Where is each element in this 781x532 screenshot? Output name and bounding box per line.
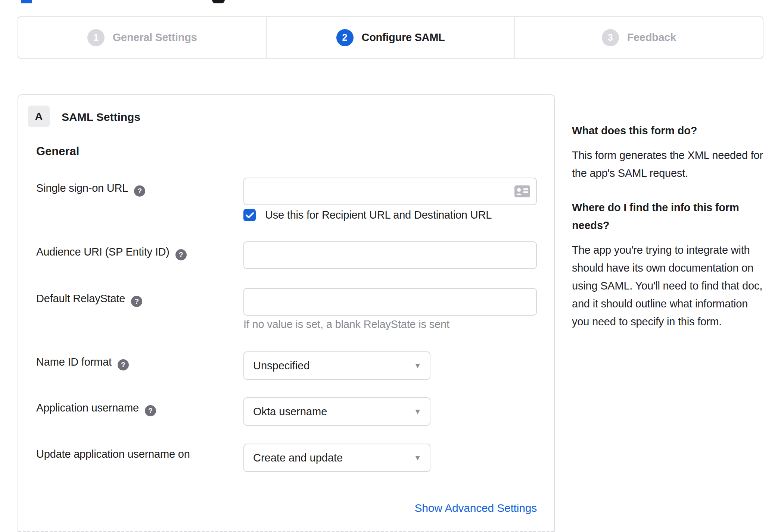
recipient-url-checkbox-label: Use this for Recipient URL and Destinati…	[265, 209, 492, 221]
help-answer-2: The app you're trying to integrate with …	[572, 241, 765, 331]
chevron-down-icon: ▼	[414, 407, 421, 416]
help-icon[interactable]: ?	[134, 185, 145, 197]
cutoff-logo-fragment	[21, 0, 32, 3]
step-label: Feedback	[627, 31, 676, 44]
relay-state-input-wrap	[243, 288, 537, 316]
step-configure-saml[interactable]: 2 Configure SAML	[266, 17, 514, 58]
step-label: Configure SAML	[362, 31, 445, 44]
select-value: Create and update	[244, 452, 343, 464]
chevron-down-icon: ▼	[414, 453, 421, 462]
update-username-label: Update application username on	[18, 444, 243, 472]
audience-uri-row: Audience URI (SP Entity ID)?	[18, 241, 554, 269]
help-icon[interactable]: ?	[118, 359, 129, 370]
step-number-badge: 1	[87, 29, 105, 46]
app-username-row: Application username? Okta username ▼	[18, 397, 554, 426]
sso-url-input[interactable]	[244, 178, 536, 204]
wizard-stepper: 1 General Settings 2 Configure SAML 3 Fe…	[18, 16, 763, 59]
general-section-title: General	[36, 145, 79, 158]
sso-url-label: Single sign-on URL?	[18, 178, 243, 205]
help-icon[interactable]: ?	[145, 405, 156, 416]
help-question-2: Where do I find the info this form needs…	[572, 198, 765, 234]
update-username-select[interactable]: Create and update ▼	[243, 444, 430, 472]
select-value: Okta username	[244, 406, 327, 418]
contact-card-icon	[514, 185, 530, 197]
app-username-label: Application username?	[18, 397, 243, 426]
select-value: Unspecified	[244, 360, 310, 372]
relay-state-hint: If no value is set, a blank RelayState i…	[243, 318, 449, 331]
step-label: General Settings	[113, 31, 197, 44]
step-number-badge: 2	[336, 29, 354, 46]
help-question-1: What does this form do?	[572, 122, 765, 140]
sso-url-input-wrap	[243, 178, 537, 205]
checkmark-icon	[246, 212, 254, 219]
step-number-badge: 3	[602, 29, 619, 46]
name-id-format-label: Name ID format?	[18, 351, 243, 380]
section-a-badge: A	[28, 106, 50, 127]
step-general-settings[interactable]: 1 General Settings	[18, 17, 266, 58]
recipient-url-checkbox-row: Use this for Recipient URL and Destinati…	[243, 209, 492, 221]
panel-title: SAML Settings	[62, 111, 140, 123]
help-icon[interactable]: ?	[175, 249, 187, 260]
name-id-format-row: Name ID format? Unspecified ▼	[18, 351, 554, 380]
app-username-select[interactable]: Okta username ▼	[243, 397, 430, 426]
advanced-settings-link-wrap: Show Advanced Settings	[243, 502, 537, 514]
name-id-format-select[interactable]: Unspecified ▼	[243, 351, 430, 380]
help-icon[interactable]: ?	[131, 296, 142, 307]
sso-url-row: Single sign-on URL?	[18, 178, 554, 205]
audience-uri-input-wrap	[243, 241, 537, 269]
help-answer-1: This form generates the XML needed for t…	[572, 146, 765, 182]
saml-settings-panel: A SAML Settings General Single sign-on U…	[18, 94, 555, 532]
relay-state-row: Default RelayState?	[18, 288, 554, 316]
audience-uri-input[interactable]	[244, 242, 536, 268]
relay-state-input[interactable]	[244, 289, 536, 315]
show-advanced-settings-link[interactable]: Show Advanced Settings	[415, 502, 537, 514]
chevron-down-icon: ▼	[414, 361, 421, 370]
recipient-url-checkbox[interactable]	[243, 209, 256, 221]
update-username-row: Update application username on Create an…	[18, 444, 554, 472]
audience-uri-label: Audience URI (SP Entity ID)?	[18, 241, 243, 269]
relay-state-label: Default RelayState?	[18, 288, 243, 316]
step-feedback[interactable]: 3 Feedback	[514, 17, 763, 58]
cutoff-title-fragment	[212, 0, 225, 3]
help-sidebar: What does this form do? This form genera…	[572, 122, 765, 331]
